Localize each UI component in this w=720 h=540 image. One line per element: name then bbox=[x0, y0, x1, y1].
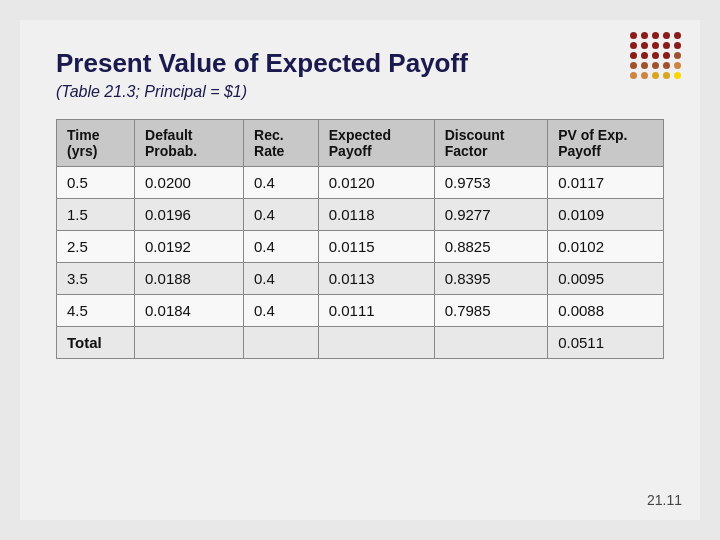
table-row: 4.50.01840.40.01110.79850.0088 bbox=[57, 295, 664, 327]
dot bbox=[674, 52, 681, 59]
table-header-cell: Rec. Rate bbox=[244, 120, 319, 167]
table-cell bbox=[244, 327, 319, 359]
table-cell: 0.0113 bbox=[318, 263, 434, 295]
dot bbox=[674, 42, 681, 49]
table-header-row: Time (yrs)Default Probab.Rec. RateExpect… bbox=[57, 120, 664, 167]
dot bbox=[674, 72, 681, 79]
dot bbox=[630, 32, 637, 39]
table-cell: 0.0102 bbox=[548, 231, 664, 263]
slide: Present Value of Expected Payoff (Table … bbox=[20, 20, 700, 520]
dot bbox=[641, 62, 648, 69]
table-header-cell: Time (yrs) bbox=[57, 120, 135, 167]
table-row: 2.50.01920.40.01150.88250.0102 bbox=[57, 231, 664, 263]
slide-subtitle: (Table 21.3; Principal = $1) bbox=[56, 83, 664, 101]
table-cell: 0.0188 bbox=[135, 263, 244, 295]
table-cell bbox=[318, 327, 434, 359]
dot bbox=[663, 52, 670, 59]
table-row: 3.50.01880.40.01130.83950.0095 bbox=[57, 263, 664, 295]
dot bbox=[663, 42, 670, 49]
table-cell bbox=[434, 327, 548, 359]
table-cell: 0.0118 bbox=[318, 199, 434, 231]
dot bbox=[652, 32, 659, 39]
table-cell: 0.0095 bbox=[548, 263, 664, 295]
dot bbox=[630, 72, 637, 79]
data-table: Time (yrs)Default Probab.Rec. RateExpect… bbox=[56, 119, 664, 359]
dot bbox=[663, 62, 670, 69]
dot bbox=[663, 32, 670, 39]
table-cell: 0.5 bbox=[57, 167, 135, 199]
table-cell: 0.4 bbox=[244, 167, 319, 199]
table-cell: 0.0511 bbox=[548, 327, 664, 359]
dot bbox=[641, 72, 648, 79]
dot bbox=[652, 72, 659, 79]
table-cell: 0.0184 bbox=[135, 295, 244, 327]
dot bbox=[630, 52, 637, 59]
table-cell: 2.5 bbox=[57, 231, 135, 263]
table-header-cell: Default Probab. bbox=[135, 120, 244, 167]
dot bbox=[641, 52, 648, 59]
table-cell: 4.5 bbox=[57, 295, 135, 327]
dot bbox=[630, 62, 637, 69]
dot bbox=[652, 62, 659, 69]
table-cell: 0.4 bbox=[244, 263, 319, 295]
table-cell: 0.0115 bbox=[318, 231, 434, 263]
table-cell: 0.0192 bbox=[135, 231, 244, 263]
table-cell: 0.4 bbox=[244, 295, 319, 327]
table-header-cell: Discount Factor bbox=[434, 120, 548, 167]
dot bbox=[652, 42, 659, 49]
table-cell: 0.4 bbox=[244, 199, 319, 231]
table-cell: 0.4 bbox=[244, 231, 319, 263]
slide-title: Present Value of Expected Payoff bbox=[56, 48, 664, 79]
dot bbox=[630, 42, 637, 49]
table-cell: 1.5 bbox=[57, 199, 135, 231]
table-cell: 0.0088 bbox=[548, 295, 664, 327]
table-header-cell: PV of Exp. Payoff bbox=[548, 120, 664, 167]
table-cell: 0.0120 bbox=[318, 167, 434, 199]
table-cell: 0.7985 bbox=[434, 295, 548, 327]
table-cell: 0.9753 bbox=[434, 167, 548, 199]
table-cell: 0.0111 bbox=[318, 295, 434, 327]
dot bbox=[674, 62, 681, 69]
dot-decoration bbox=[630, 32, 682, 79]
dot bbox=[641, 42, 648, 49]
table-row: 1.50.01960.40.01180.92770.0109 bbox=[57, 199, 664, 231]
table-cell: 0.8825 bbox=[434, 231, 548, 263]
table-cell: 0.0196 bbox=[135, 199, 244, 231]
slide-number: 21.11 bbox=[647, 492, 682, 508]
table-cell: 0.0200 bbox=[135, 167, 244, 199]
table-cell: 0.9277 bbox=[434, 199, 548, 231]
table-cell: Total bbox=[57, 327, 135, 359]
dot bbox=[652, 52, 659, 59]
dot bbox=[663, 72, 670, 79]
table-row: Total0.0511 bbox=[57, 327, 664, 359]
table-cell: 3.5 bbox=[57, 263, 135, 295]
table-row: 0.50.02000.40.01200.97530.0117 bbox=[57, 167, 664, 199]
table-cell bbox=[135, 327, 244, 359]
dot bbox=[641, 32, 648, 39]
table-cell: 0.0109 bbox=[548, 199, 664, 231]
table-cell: 0.8395 bbox=[434, 263, 548, 295]
dot bbox=[674, 32, 681, 39]
table-cell: 0.0117 bbox=[548, 167, 664, 199]
table-header-cell: Expected Payoff bbox=[318, 120, 434, 167]
